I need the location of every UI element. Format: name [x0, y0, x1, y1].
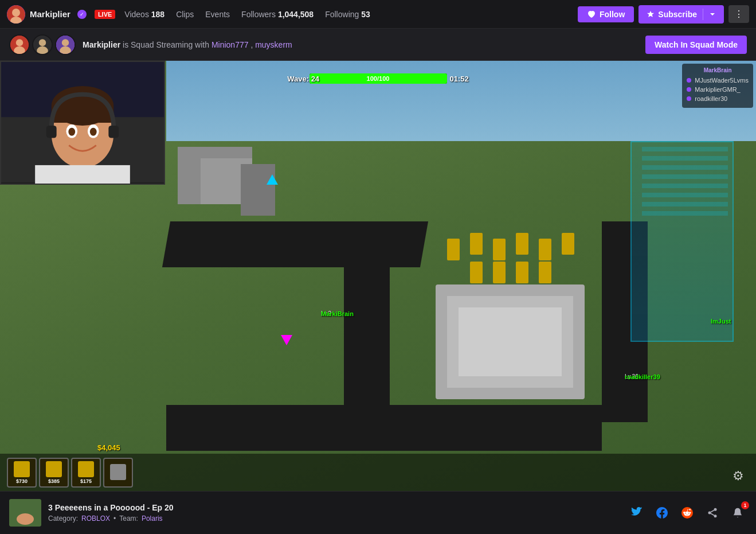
squad-text: Markiplier is Squad Streaming with Minio…	[83, 40, 292, 49]
game-path-3	[166, 405, 344, 451]
list-item: MarkiplierGMR_	[687, 86, 749, 93]
game-canvas: Lv.2 MarkiBrain Lv.36 roadkiller39 ImJus…	[0, 61, 756, 491]
game-sky	[166, 61, 756, 141]
live-badge: LIVE	[95, 10, 115, 19]
squad-avatars	[9, 34, 76, 55]
char-imjust-name: ImJust	[711, 318, 731, 325]
player-name-2: MarkiplierGMR_	[695, 86, 740, 93]
svg-point-26	[17, 513, 34, 525]
nav-events[interactable]: Events	[205, 10, 230, 19]
tower-8	[493, 262, 506, 283]
more-button[interactable]: ⋮	[728, 5, 749, 23]
hud-item-count-3: $175	[80, 478, 92, 484]
streamer-face	[1, 61, 164, 184]
tower-7	[470, 262, 483, 283]
svg-point-28	[714, 508, 717, 511]
nav-actions: Follow Subscribe ⋮	[578, 5, 749, 24]
reddit-icon[interactable]	[678, 504, 696, 522]
svg-rect-24	[35, 165, 130, 184]
verified-icon: ✓	[77, 10, 87, 19]
hud-healthbar: 100/100	[310, 73, 447, 84]
hud-bottom-bar: $730 $385 $175	[0, 454, 756, 491]
cyan-panel-1	[642, 147, 728, 216]
nav-clips[interactable]: Clips	[176, 10, 194, 19]
mini-player-title: MarkBrain	[687, 67, 749, 73]
stream-info: 3 Peeeeens in a Poooood - Ep 20 Category…	[48, 503, 174, 523]
tower-2	[470, 233, 483, 255]
team-label: Team:	[119, 514, 138, 523]
squad-partner-1[interactable]: Minion777	[211, 40, 249, 49]
squad-avatar-markiplier[interactable]	[9, 34, 30, 55]
top-navigation: Markiplier ✓ LIVE Videos 188 Clips Event…	[0, 0, 756, 29]
svg-rect-18	[46, 126, 57, 138]
video-player[interactable]: Lv.2 MarkiBrain Lv.36 roadkiller39 ImJus…	[0, 61, 756, 491]
nav-following[interactable]: Following 53	[325, 10, 370, 19]
hud-item-count-1: $730	[16, 478, 28, 484]
hud-item-2[interactable]: $385	[39, 458, 69, 488]
nav-followers[interactable]: Followers 1,044,508	[241, 10, 314, 19]
squad-partner-2[interactable]: muyskerm	[255, 40, 292, 49]
svg-point-10	[62, 39, 69, 46]
watch-squad-mode-button[interactable]: Watch In Squad Mode	[645, 36, 747, 54]
player-dot	[687, 87, 691, 92]
hud-gold-count: $4,045	[97, 443, 120, 452]
hud-item-4[interactable]	[103, 458, 133, 488]
svg-point-11	[60, 46, 71, 54]
bottom-bar: 3 Peeeeens in a Poooood - Ep 20 Category…	[0, 491, 756, 534]
svg-point-7	[39, 39, 46, 46]
hud-settings-button[interactable]: ⚙	[729, 467, 747, 485]
nav-videos[interactable]: Videos 188	[124, 10, 164, 19]
hud-item-count-2: $385	[48, 478, 60, 484]
chevron-down-icon	[709, 11, 716, 18]
squad-avatar-minion[interactable]	[32, 34, 53, 55]
stream-team[interactable]: Polaris	[142, 514, 163, 523]
hud-item-1[interactable]: $730	[7, 458, 37, 488]
hud-item-icon-2	[46, 461, 62, 477]
webcam-overlay	[0, 61, 165, 185]
hud-timer: 01:52	[450, 75, 469, 83]
stream-category[interactable]: ROBLOX	[81, 514, 110, 523]
subscribe-button[interactable]: Subscribe	[639, 5, 724, 24]
stream-social: 1	[628, 504, 747, 522]
svg-point-23	[90, 128, 97, 136]
channel-name[interactable]: Markiplier	[30, 9, 70, 19]
svg-point-22	[68, 128, 75, 136]
game-path-5	[344, 405, 602, 451]
tower-10	[539, 262, 551, 283]
svg-point-29	[708, 512, 711, 514]
mini-player-list: MarkBrain MJustWader5Lvms MarkiplierGMR_…	[682, 64, 753, 108]
facebook-icon[interactable]	[653, 504, 671, 522]
squad-bar: Markiplier is Squad Streaming with Minio…	[0, 29, 756, 61]
tower-1	[447, 239, 460, 260]
twitter-icon[interactable]	[628, 504, 646, 522]
dot-separator: •	[113, 514, 116, 523]
svg-point-4	[16, 39, 23, 46]
heart-icon	[587, 10, 596, 19]
hud-item-3[interactable]: $175	[71, 458, 101, 488]
svg-point-5	[14, 46, 25, 54]
tower-5	[539, 239, 551, 260]
tower-6	[562, 233, 574, 255]
grey-steps-3	[459, 307, 562, 376]
player-dot	[687, 96, 691, 101]
hud-healthbar-text: 100/100	[367, 75, 390, 82]
stream-thumb-image	[9, 499, 41, 527]
hud-wave: Wave: 24	[287, 75, 319, 83]
share-icon[interactable]	[703, 504, 722, 522]
channel-avatar[interactable]	[7, 5, 25, 24]
building-3	[241, 164, 275, 216]
star-icon	[647, 10, 655, 18]
char-markibrain-name: MarkiBrain	[321, 310, 354, 317]
char-roadkiller-name: roadkiller39	[625, 373, 660, 380]
svg-rect-17	[52, 106, 113, 123]
hud-item-icon-3	[78, 461, 94, 477]
svg-point-30	[714, 514, 717, 517]
notification-badge: 1	[741, 501, 749, 509]
notification-button[interactable]: 1	[728, 504, 747, 522]
svg-point-1	[12, 9, 20, 17]
nav-links: Videos 188 Clips Events Followers 1,044,…	[124, 10, 578, 19]
player-name-3: roadkiller30	[695, 95, 727, 102]
stream-thumbnail[interactable]	[9, 499, 41, 527]
squad-avatar-muyskerm[interactable]	[55, 34, 76, 55]
follow-button[interactable]: Follow	[578, 6, 634, 22]
